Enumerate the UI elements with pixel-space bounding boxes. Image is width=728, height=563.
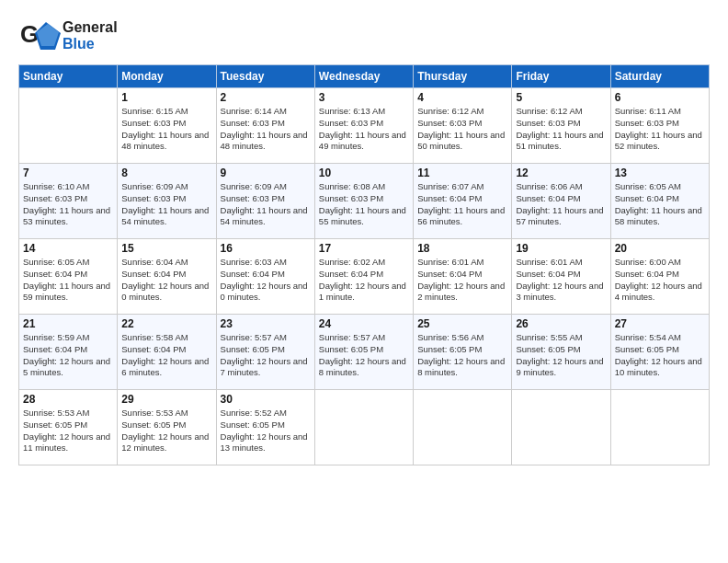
calendar-week-row: 1Sunrise: 6:15 AM Sunset: 6:03 PM Daylig… [19,88,710,164]
day-info: Sunrise: 6:05 AM Sunset: 6:04 PM Dayligh… [23,257,113,304]
day-info: Sunrise: 6:12 AM Sunset: 6:03 PM Dayligh… [417,106,507,153]
calendar-cell: 23Sunrise: 5:57 AM Sunset: 6:05 PM Dayli… [216,315,314,390]
day-number: 1 [121,91,211,104]
day-number: 22 [121,317,211,330]
calendar-cell [414,390,512,465]
day-number: 10 [319,167,409,179]
day-info: Sunrise: 6:12 AM Sunset: 6:03 PM Dayligh… [516,106,606,153]
weekday-header: Sunday [19,65,118,88]
calendar-cell: 2Sunrise: 6:14 AM Sunset: 6:03 PM Daylig… [216,88,314,164]
calendar-cell: 1Sunrise: 6:15 AM Sunset: 6:03 PM Daylig… [118,88,216,164]
day-info: Sunrise: 5:55 AM Sunset: 6:05 PM Dayligh… [516,332,606,379]
day-number: 2 [221,91,311,104]
day-info: Sunrise: 6:01 AM Sunset: 6:04 PM Dayligh… [516,257,606,304]
day-number: 18 [417,242,507,255]
logo-svg: G [18,17,64,55]
day-number: 7 [23,167,113,179]
day-number: 25 [417,317,507,330]
calendar-week-row: 21Sunrise: 5:59 AM Sunset: 6:04 PM Dayli… [19,315,710,390]
calendar-cell: 5Sunrise: 6:12 AM Sunset: 6:03 PM Daylig… [512,88,610,164]
calendar-cell: 7Sunrise: 6:10 AM Sunset: 6:03 PM Daylig… [19,164,118,239]
day-info: Sunrise: 5:59 AM Sunset: 6:04 PM Dayligh… [23,332,113,379]
day-number: 14 [23,242,113,255]
calendar-cell: 27Sunrise: 5:54 AM Sunset: 6:05 PM Dayli… [610,315,709,390]
day-info: Sunrise: 6:14 AM Sunset: 6:03 PM Dayligh… [221,106,311,153]
day-number: 20 [615,242,705,255]
calendar-cell: 28Sunrise: 5:53 AM Sunset: 6:05 PM Dayli… [19,390,118,465]
calendar-cell: 24Sunrise: 5:57 AM Sunset: 6:05 PM Dayli… [314,315,413,390]
day-info: Sunrise: 5:58 AM Sunset: 6:04 PM Dayligh… [121,332,211,379]
day-number: 4 [417,91,507,104]
calendar-cell: 15Sunrise: 6:04 AM Sunset: 6:04 PM Dayli… [118,239,216,315]
calendar-cell: 17Sunrise: 6:02 AM Sunset: 6:04 PM Dayli… [314,239,413,315]
calendar-cell: 4Sunrise: 6:12 AM Sunset: 6:03 PM Daylig… [414,88,512,164]
weekday-header: Wednesday [314,65,413,88]
weekday-header: Monday [118,65,216,88]
logo: G GeneralBlue [18,17,118,55]
day-info: Sunrise: 6:01 AM Sunset: 6:04 PM Dayligh… [417,257,507,304]
day-info: Sunrise: 5:57 AM Sunset: 6:05 PM Dayligh… [221,332,311,379]
calendar-week-row: 14Sunrise: 6:05 AM Sunset: 6:04 PM Dayli… [19,239,710,315]
weekday-header: Tuesday [216,65,314,88]
day-number: 19 [516,242,606,255]
day-number: 12 [516,167,606,179]
day-number: 30 [221,393,311,406]
logo-label: GeneralBlue [63,19,118,52]
day-number: 28 [23,393,113,406]
calendar-cell: 18Sunrise: 6:01 AM Sunset: 6:04 PM Dayli… [414,239,512,315]
day-info: Sunrise: 5:53 AM Sunset: 6:05 PM Dayligh… [23,408,113,454]
calendar-cell: 19Sunrise: 6:01 AM Sunset: 6:04 PM Dayli… [512,239,610,315]
calendar-cell: 8Sunrise: 6:09 AM Sunset: 6:03 PM Daylig… [118,164,216,239]
day-number: 3 [319,91,409,104]
calendar-table: SundayMondayTuesdayWednesdayThursdayFrid… [18,64,710,465]
calendar-cell: 25Sunrise: 5:56 AM Sunset: 6:05 PM Dayli… [414,315,512,390]
day-number: 24 [319,317,409,330]
day-info: Sunrise: 6:09 AM Sunset: 6:03 PM Dayligh… [121,181,211,228]
day-info: Sunrise: 5:54 AM Sunset: 6:05 PM Dayligh… [615,332,705,379]
day-info: Sunrise: 6:08 AM Sunset: 6:03 PM Dayligh… [319,181,409,228]
day-info: Sunrise: 6:13 AM Sunset: 6:03 PM Dayligh… [319,106,409,153]
calendar-cell: 6Sunrise: 6:11 AM Sunset: 6:03 PM Daylig… [610,88,709,164]
weekday-header: Thursday [414,65,512,88]
calendar-cell: 11Sunrise: 6:07 AM Sunset: 6:04 PM Dayli… [414,164,512,239]
day-info: Sunrise: 6:00 AM Sunset: 6:04 PM Dayligh… [615,257,705,304]
day-info: Sunrise: 6:09 AM Sunset: 6:03 PM Dayligh… [221,181,311,228]
weekday-header-row: SundayMondayTuesdayWednesdayThursdayFrid… [19,65,710,88]
day-number: 16 [221,242,311,255]
day-info: Sunrise: 6:11 AM Sunset: 6:03 PM Dayligh… [615,106,705,153]
day-number: 5 [516,91,606,104]
day-number: 6 [615,91,705,104]
page-header: G GeneralBlue [18,17,710,55]
calendar-cell [314,390,413,465]
calendar-cell: 9Sunrise: 6:09 AM Sunset: 6:03 PM Daylig… [216,164,314,239]
calendar-cell: 13Sunrise: 6:05 AM Sunset: 6:04 PM Dayli… [610,164,709,239]
calendar-cell: 14Sunrise: 6:05 AM Sunset: 6:04 PM Dayli… [19,239,118,315]
calendar-cell: 30Sunrise: 5:52 AM Sunset: 6:05 PM Dayli… [216,390,314,465]
day-number: 15 [121,242,211,255]
day-info: Sunrise: 6:04 AM Sunset: 6:04 PM Dayligh… [121,257,211,304]
calendar-cell [19,88,118,164]
day-info: Sunrise: 5:57 AM Sunset: 6:05 PM Dayligh… [319,332,409,379]
weekday-header: Friday [512,65,610,88]
day-number: 11 [417,167,507,179]
calendar-week-row: 28Sunrise: 5:53 AM Sunset: 6:05 PM Dayli… [19,390,710,465]
calendar-week-row: 7Sunrise: 6:10 AM Sunset: 6:03 PM Daylig… [19,164,710,239]
day-info: Sunrise: 6:02 AM Sunset: 6:04 PM Dayligh… [319,257,409,304]
day-info: Sunrise: 6:15 AM Sunset: 6:03 PM Dayligh… [121,106,211,153]
calendar-cell: 26Sunrise: 5:55 AM Sunset: 6:05 PM Dayli… [512,315,610,390]
calendar-cell: 10Sunrise: 6:08 AM Sunset: 6:03 PM Dayli… [314,164,413,239]
day-number: 23 [221,317,311,330]
calendar-cell: 12Sunrise: 6:06 AM Sunset: 6:04 PM Dayli… [512,164,610,239]
calendar-cell: 20Sunrise: 6:00 AM Sunset: 6:04 PM Dayli… [610,239,709,315]
day-number: 26 [516,317,606,330]
day-number: 8 [121,167,211,179]
weekday-header: Saturday [610,65,709,88]
day-info: Sunrise: 6:10 AM Sunset: 6:03 PM Dayligh… [23,181,113,228]
day-info: Sunrise: 5:52 AM Sunset: 6:05 PM Dayligh… [221,408,311,454]
calendar-cell: 3Sunrise: 6:13 AM Sunset: 6:03 PM Daylig… [314,88,413,164]
calendar-cell: 22Sunrise: 5:58 AM Sunset: 6:04 PM Dayli… [118,315,216,390]
day-number: 9 [221,167,311,179]
calendar-cell: 21Sunrise: 5:59 AM Sunset: 6:04 PM Dayli… [19,315,118,390]
day-info: Sunrise: 5:56 AM Sunset: 6:05 PM Dayligh… [417,332,507,379]
day-number: 27 [615,317,705,330]
